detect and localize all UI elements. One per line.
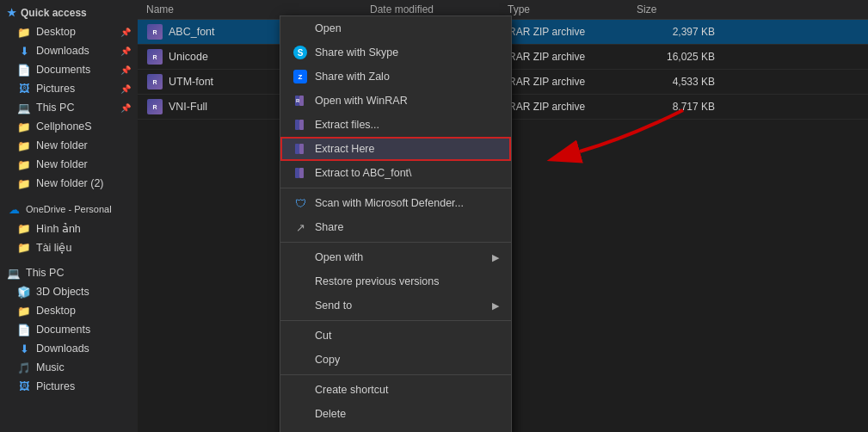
send-to-arrow: ▶ — [492, 300, 499, 312]
thispc-icon: 💻 — [7, 266, 21, 280]
sidebar-onedrive-header[interactable]: ☁ OneDrive - Personal — [0, 200, 138, 219]
open-with-icon — [292, 250, 308, 265]
col-type-header: Type — [508, 3, 637, 15]
sidebar-thispc-label: This PC — [26, 267, 64, 279]
music-icon: 🎵 — [17, 361, 31, 374]
sidebar-desktop-label: Desktop — [36, 26, 76, 38]
ctx-separator3 — [280, 320, 511, 321]
sidebar-item-documents2[interactable]: 📄 Documents — [0, 320, 138, 339]
copy-icon — [292, 352, 308, 367]
sidebar-item-newfolder1[interactable]: 📁 New folder — [0, 136, 138, 155]
sidebar-hinhanh-label: Hình ảnh — [36, 222, 81, 235]
sidebar-downloads2-label: Downloads — [36, 343, 89, 355]
svg-rect-7 — [295, 168, 299, 178]
sidebar-item-pictures[interactable]: 🖼 Pictures 📌 — [0, 79, 138, 98]
ctx-skype-label: Share with Skype — [315, 46, 398, 59]
sidebar-newfolder2-label: New folder — [36, 158, 88, 170]
sidebar-item-downloads[interactable]: ⬇ Downloads 📌 — [0, 41, 138, 60]
ctx-open-winrar[interactable]: R Open with WinRAR — [280, 89, 511, 113]
cut-icon — [292, 328, 308, 343]
pin-icon4: 📌 — [120, 84, 131, 94]
context-menu: Open S Share with Skype Z Share with Zal… — [280, 15, 512, 432]
ctx-shortcut-label: Create shortcut — [315, 384, 388, 396]
sidebar-item-desktop2[interactable]: 📁 Desktop — [0, 301, 138, 320]
ctx-separator2 — [280, 242, 511, 243]
quick-access-icon: ★ — [7, 7, 16, 19]
ctx-restore-label: Restore previous versions — [315, 275, 440, 287]
ctx-rename[interactable]: Rename — [280, 426, 511, 432]
pin-icon: 📌 — [120, 28, 131, 37]
sidebar-item-hinhanh[interactable]: 📁 Hình ảnh — [0, 219, 138, 238]
sidebar-newfolder3-label: New folder (2) — [36, 177, 104, 189]
desktop-icon: 📁 — [17, 25, 31, 39]
ctx-extract-files[interactable]: Extract files... — [280, 113, 511, 137]
cellphones-icon: 📁 — [17, 120, 31, 133]
sidebar-thispc-header[interactable]: 💻 This PC — [0, 263, 138, 282]
sidebar-item-downloads2[interactable]: ⬇ Downloads — [0, 339, 138, 358]
sidebar-item-documents[interactable]: 📄 Documents 📌 — [0, 60, 138, 79]
extract-files-icon — [292, 117, 308, 133]
sidebar-item-thispc-quick[interactable]: 💻 This PC 📌 — [0, 98, 138, 117]
zalo-icon: Z — [292, 69, 308, 84]
send-to-icon — [292, 298, 308, 313]
share-icon: ↗ — [292, 219, 308, 235]
sidebar-item-pictures2[interactable]: 🖼 Pictures — [0, 377, 138, 396]
ctx-extract-files-label: Extract files... — [315, 119, 379, 131]
ctx-open-with-label: Open with — [315, 251, 363, 263]
ctx-open-with[interactable]: Open with ▶ — [280, 245, 511, 269]
ctx-extract-to[interactable]: Extract to ABC_font\ — [280, 161, 511, 185]
downloads2-icon: ⬇ — [17, 342, 31, 355]
sidebar-item-tailieu[interactable]: 📁 Tài liệu — [0, 238, 138, 256]
ctx-cut-label: Cut — [315, 330, 331, 342]
restore-icon — [292, 274, 308, 289]
ctx-send-to[interactable]: Send to ▶ — [280, 293, 511, 318]
pin-icon5: 📌 — [120, 103, 131, 113]
sidebar-item-newfolder3[interactable]: 📁 New folder (2) — [0, 174, 138, 193]
ctx-defender[interactable]: 🛡 Scan with Microsoft Defender... — [280, 191, 511, 215]
extract-to-icon — [292, 165, 308, 181]
documents-icon: 📄 — [17, 63, 31, 77]
ctx-zalo-label: Share with Zalo — [315, 71, 390, 83]
ctx-share-skype[interactable]: S Share with Skype — [280, 40, 511, 65]
file-size: 2,397 KB — [637, 26, 723, 38]
ctx-cut[interactable]: Cut — [280, 324, 511, 348]
sidebar-documents-label: Documents — [36, 64, 90, 76]
col-size-header: Size — [637, 3, 723, 15]
ctx-delete-label: Delete — [315, 408, 346, 420]
ctx-share-label: Share — [315, 221, 343, 233]
pin-icon3: 📌 — [120, 65, 131, 75]
sidebar-item-newfolder2[interactable]: 📁 New folder — [0, 155, 138, 174]
open-icon — [292, 21, 308, 36]
sidebar-item-music[interactable]: 🎵 Music — [0, 358, 138, 377]
ctx-copy-label: Copy — [315, 354, 340, 366]
sidebar-desktop2-label: Desktop — [36, 305, 76, 317]
svg-rect-1 — [299, 96, 304, 106]
sidebar-item-3dobjects[interactable]: 🧊 3D Objects — [0, 282, 138, 301]
ctx-copy[interactable]: Copy — [280, 348, 511, 372]
sidebar-newfolder1-label: New folder — [36, 139, 88, 151]
ctx-share[interactable]: ↗ Share — [280, 215, 511, 239]
ctx-extract-here-label: Extract Here — [315, 143, 374, 155]
sidebar-downloads-label: Downloads — [36, 45, 89, 57]
ctx-share-zalo[interactable]: Z Share with Zalo — [280, 65, 511, 89]
rar-icon: R — [146, 98, 163, 115]
sidebar-item-cellphones[interactable]: 📁 CellphoneS — [0, 117, 138, 136]
sidebar-tailieu-label: Tài liệu — [36, 241, 71, 254]
ctx-delete[interactable]: Delete — [280, 402, 511, 426]
ctx-open[interactable]: Open — [280, 16, 511, 40]
ctx-send-to-label: Send to — [315, 299, 352, 312]
delete-icon — [292, 406, 308, 422]
skype-icon: S — [292, 45, 308, 60]
col-date-header: Date modified — [370, 3, 508, 15]
ctx-shortcut[interactable]: Create shortcut — [280, 378, 511, 402]
defender-icon: 🛡 — [292, 195, 308, 211]
ctx-restore[interactable]: Restore previous versions — [280, 269, 511, 293]
tailieu-icon: 📁 — [17, 240, 31, 254]
col-name-header: Name — [138, 3, 370, 15]
sidebar: ★ Quick access 📁 Desktop 📌 ⬇ Downloads 📌… — [0, 0, 138, 432]
quick-access-header: ★ Quick access — [0, 3, 138, 22]
ctx-extract-here[interactable]: Extract Here — [280, 137, 511, 161]
sidebar-item-desktop[interactable]: 📁 Desktop 📌 — [0, 22, 138, 41]
file-size: 8,717 KB — [637, 101, 723, 113]
svg-rect-4 — [299, 120, 304, 130]
